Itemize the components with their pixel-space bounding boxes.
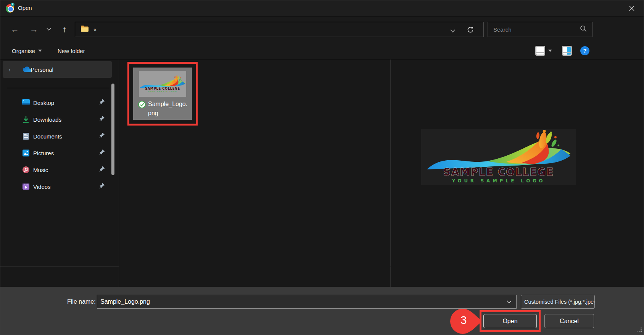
annotation-step-callout: 3 <box>445 308 483 335</box>
back-button[interactable]: ← <box>7 17 23 42</box>
preview-image: SAMPLE COLLEGE YOUR SAMPLE LOGO <box>421 129 576 185</box>
file-name-line1: Sample_Logo. <box>148 101 187 107</box>
sidebar-item-pictures[interactable]: Pictures <box>3 145 109 161</box>
sidebar-item-label: Videos <box>33 184 99 190</box>
sidebar-item-label: Music <box>33 167 99 173</box>
file-thumbnail: SAMPLE COLLEGE YOUR SAMPLE LOGO <box>139 71 186 97</box>
pin-icon <box>99 116 105 123</box>
sidebar-item-music[interactable]: Music <box>3 162 109 177</box>
sidebar-item-label: Desktop <box>33 100 99 106</box>
recent-locations-chevron-icon[interactable] <box>43 17 55 42</box>
sidebar-divider <box>7 88 109 88</box>
sidebar: › - Personal Desktop <box>0 60 119 287</box>
sidebar-item-downloads[interactable]: Downloads <box>3 112 109 127</box>
cancel-button[interactable]: Cancel <box>544 314 594 328</box>
logo-subtitle: YOUR SAMPLE LOGO <box>452 178 546 184</box>
videos-icon <box>22 182 30 191</box>
open-button[interactable]: Open <box>483 314 537 328</box>
close-icon[interactable] <box>623 0 641 16</box>
expand-chevron-icon[interactable]: › <box>9 66 10 73</box>
search-input[interactable] <box>488 26 580 33</box>
sidebar-item-videos[interactable]: Videos <box>3 179 109 194</box>
chevron-down-icon <box>38 50 42 52</box>
command-bar: Organise New folder ? <box>0 42 644 60</box>
sidebar-item-label: Downloads <box>33 116 99 123</box>
forward-button[interactable]: → <box>26 17 42 42</box>
logo-subtitle: YOUR SAMPLE LOGO <box>147 91 177 92</box>
organise-menu[interactable]: Organise <box>12 42 42 60</box>
pin-icon <box>99 132 105 140</box>
pictures-icon <box>22 149 30 157</box>
desktop-icon <box>22 98 30 107</box>
sidebar-scrollbar[interactable] <box>111 84 114 175</box>
view-mode-button[interactable] <box>535 42 552 60</box>
music-icon <box>22 166 30 174</box>
downloads-icon <box>22 115 30 124</box>
thumbnails-view-icon <box>535 46 545 56</box>
onedrive-cloud-icon <box>22 64 32 76</box>
folder-icon <box>80 25 89 34</box>
new-folder-button[interactable]: New folder <box>58 42 85 60</box>
address-bar[interactable]: « <box>75 22 484 37</box>
sidebar-item-label: Pictures <box>33 150 99 156</box>
sidebar-item-label: Documents <box>33 133 99 140</box>
file-name-input[interactable] <box>97 298 507 305</box>
annotation-step-number: 3 <box>456 314 471 327</box>
synced-check-icon <box>138 101 146 108</box>
organise-label: Organise <box>12 48 35 54</box>
file-type-select[interactable]: Customised Files (*.jpg;*.jpeg;*. <box>521 295 595 309</box>
file-name-label: Sample_Logo. png <box>148 100 187 118</box>
address-dropdown-chevron-icon[interactable] <box>450 27 455 34</box>
pin-icon <box>99 149 105 157</box>
logo-title: SAMPLE COLLEGE <box>443 166 554 178</box>
refresh-icon[interactable] <box>467 26 474 35</box>
up-button[interactable]: ↑ <box>57 17 72 42</box>
pin-icon <box>99 183 105 190</box>
new-folder-label: New folder <box>58 48 85 54</box>
pin-icon <box>99 166 105 174</box>
breadcrumb[interactable]: « <box>93 26 97 32</box>
file-name-line2: png <box>148 110 158 116</box>
file-name-field-label: File name: <box>67 298 96 305</box>
titlebar: R Open <box>0 0 644 16</box>
search-box <box>488 22 592 37</box>
documents-icon <box>22 132 30 140</box>
chevron-down-icon <box>548 50 552 52</box>
logo-title: SAMPLE COLLEGE <box>145 87 180 90</box>
pin-icon <box>99 99 105 106</box>
open-file-dialog: R Open ← → ↑ « <box>0 0 644 335</box>
search-icon[interactable] <box>580 25 587 34</box>
file-type-value: Customised Files (*.jpg;*.jpeg;*. <box>521 299 595 305</box>
resize-grip[interactable] <box>637 327 642 334</box>
sidebar-item-onedrive-personal[interactable]: › - Personal <box>3 61 112 78</box>
window-title: Open <box>18 5 32 11</box>
preview-pane-button[interactable] <box>562 42 572 60</box>
file-name-combobox <box>97 295 517 309</box>
file-tile-sample-logo[interactable]: SAMPLE COLLEGE YOUR SAMPLE LOGO Sample_L… <box>133 68 192 120</box>
preview-pane-icon <box>562 46 572 56</box>
dialog-footer: File name: Customised Files (*.jpg;*.jpe… <box>0 287 644 335</box>
help-button[interactable]: ? <box>580 42 589 60</box>
file-name-dropdown-chevron-icon[interactable] <box>507 298 512 305</box>
sidebar-item-desktop[interactable]: Desktop <box>3 95 109 110</box>
help-icon: ? <box>580 46 589 55</box>
sidebar-item-documents[interactable]: Documents <box>3 129 109 144</box>
file-name-row: Sample_Logo. png <box>138 100 187 118</box>
preview-pane: SAMPLE COLLEGE YOUR SAMPLE LOGO <box>391 60 644 287</box>
navigation-bar: ← → ↑ « <box>0 17 644 42</box>
chrome-profile-badge: R <box>11 3 14 6</box>
